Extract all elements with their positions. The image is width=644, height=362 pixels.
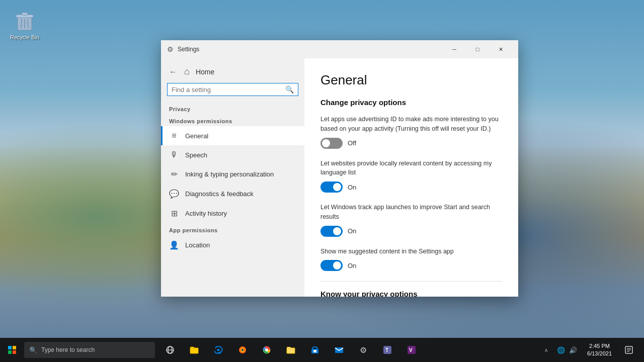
sidebar-item-speech[interactable]: 🎙 Speech bbox=[161, 145, 304, 164]
svg-rect-9 bbox=[190, 348, 198, 353]
settings-window: ⚙ Settings ─ □ ✕ ← ⌂ Home 🔍 bbox=[161, 40, 518, 297]
activity-label: Activity history bbox=[185, 210, 227, 217]
vs-button[interactable]: V bbox=[400, 338, 423, 362]
task-view-button[interactable] bbox=[159, 338, 181, 362]
taskbar-tray: ∧ 🌐 🔊 2:45 PM 6/13/2021 bbox=[541, 338, 644, 362]
back-icon: ← bbox=[169, 67, 177, 76]
app-launches-toggle[interactable] bbox=[320, 226, 343, 237]
taskbar-search-text: Type here to search bbox=[41, 346, 95, 353]
privacy-options-title: Know your privacy options bbox=[320, 290, 502, 297]
location-icon: 👤 bbox=[169, 240, 179, 250]
home-icon: ⌂ bbox=[184, 66, 190, 77]
general-icon: ≡ bbox=[169, 131, 179, 140]
svg-point-12 bbox=[242, 349, 244, 351]
svg-text:V: V bbox=[409, 347, 413, 353]
setting-ads: Let apps use advertising ID to make ads … bbox=[320, 115, 502, 149]
store-button[interactable] bbox=[304, 338, 326, 362]
language-description: Let websites provide locally relevant co… bbox=[320, 159, 502, 178]
ads-toggle-knob bbox=[322, 139, 330, 147]
app-launches-toggle-label: On bbox=[348, 227, 356, 235]
taskbar-app-icons: ⚙ T V bbox=[159, 338, 423, 362]
suggested-toggle-label: On bbox=[348, 262, 356, 269]
search-box[interactable]: 🔍 bbox=[167, 83, 298, 96]
setting-suggested: Show me suggested content in the Setting… bbox=[320, 247, 502, 272]
folder-button[interactable] bbox=[280, 338, 302, 362]
general-label: General bbox=[185, 132, 208, 140]
diagnostics-label: Diagnostics & feedback bbox=[185, 190, 254, 198]
ads-toggle[interactable] bbox=[320, 138, 343, 149]
location-label: Location bbox=[185, 241, 210, 249]
search-icon[interactable]: 🔍 bbox=[285, 85, 294, 94]
recycle-bin[interactable]: Recycle Bin bbox=[10, 10, 39, 40]
home-label: Home bbox=[196, 68, 214, 76]
close-button[interactable]: ✕ bbox=[489, 40, 512, 58]
network-icon[interactable]: 🌐 bbox=[557, 346, 565, 354]
ads-toggle-row: Off bbox=[320, 138, 502, 149]
svg-line-3 bbox=[21, 19, 22, 28]
chrome-button[interactable] bbox=[256, 338, 278, 362]
sidebar-item-location[interactable]: 👤 Location bbox=[161, 235, 304, 255]
start-button[interactable] bbox=[0, 338, 24, 362]
window-controls: ─ □ ✕ bbox=[443, 40, 512, 58]
window-body: ← ⌂ Home 🔍 Privacy Windows permissions ≡… bbox=[161, 58, 518, 297]
svg-line-5 bbox=[28, 19, 28, 28]
svg-text:T: T bbox=[385, 347, 388, 353]
speaker-icon[interactable]: 🔊 bbox=[569, 346, 577, 354]
taskbar-search-bar[interactable]: 🔍 Type here to search bbox=[24, 342, 155, 358]
sidebar: ← ⌂ Home 🔍 Privacy Windows permissions ≡… bbox=[161, 58, 304, 297]
tray-overflow-button[interactable]: ∧ bbox=[541, 338, 551, 362]
tray-icons: 🌐 🔊 bbox=[553, 346, 581, 354]
edge-browser-button[interactable] bbox=[207, 338, 229, 362]
sidebar-home-button[interactable]: ← ⌂ Home bbox=[161, 58, 304, 83]
recycle-bin-icon bbox=[15, 10, 35, 32]
ads-description: Let apps use advertising ID to make ads … bbox=[320, 115, 502, 134]
app-launches-toggle-row: On bbox=[320, 226, 502, 237]
language-toggle[interactable] bbox=[320, 182, 343, 193]
main-content: General Change privacy options Let apps … bbox=[304, 58, 518, 297]
setting-language: Let websites provide locally relevant co… bbox=[320, 159, 502, 193]
maximize-button[interactable]: □ bbox=[466, 40, 489, 58]
settings-icon: ⚙ bbox=[167, 45, 174, 53]
minimize-button[interactable]: ─ bbox=[443, 40, 466, 58]
sidebar-item-general[interactable]: ≡ General bbox=[161, 126, 304, 145]
language-toggle-row: On bbox=[320, 182, 502, 193]
taskbar-search-icon: 🔍 bbox=[29, 346, 37, 354]
language-toggle-knob bbox=[333, 183, 341, 191]
windows-logo-icon bbox=[8, 346, 16, 354]
search-input[interactable] bbox=[172, 86, 282, 94]
svg-point-14 bbox=[265, 348, 268, 351]
app-launches-toggle-knob bbox=[333, 227, 341, 235]
sidebar-item-activity[interactable]: ⊞ Activity history bbox=[161, 204, 304, 223]
speech-icon: 🎙 bbox=[169, 150, 179, 159]
file-explorer-button[interactable] bbox=[183, 338, 205, 362]
window-title: Settings bbox=[178, 46, 199, 53]
clock-time: 2:45 PM bbox=[589, 342, 610, 350]
sidebar-item-inking[interactable]: ✏ Inking & typing personalization bbox=[161, 164, 304, 184]
firefox-button[interactable] bbox=[231, 338, 254, 362]
app-launches-description: Let Windows track app launches to improv… bbox=[320, 203, 502, 222]
divider bbox=[320, 281, 502, 282]
section-title: Change privacy options bbox=[320, 98, 502, 107]
activity-icon: ⊞ bbox=[169, 209, 179, 218]
settings-button[interactable]: ⚙ bbox=[352, 338, 374, 362]
notification-center-button[interactable] bbox=[618, 338, 640, 362]
recycle-bin-label: Recycle Bin bbox=[10, 34, 39, 40]
teams-button[interactable]: T bbox=[376, 338, 398, 362]
suggested-description: Show me suggested content in the Setting… bbox=[320, 247, 502, 256]
page-title: General bbox=[320, 72, 502, 88]
speech-label: Speech bbox=[185, 151, 207, 159]
mail-button[interactable] bbox=[328, 338, 350, 362]
language-toggle-label: On bbox=[348, 184, 356, 191]
inking-icon: ✏ bbox=[169, 169, 179, 179]
tray-clock[interactable]: 2:45 PM 6/13/2021 bbox=[583, 342, 616, 358]
svg-rect-17 bbox=[313, 350, 316, 352]
inking-label: Inking & typing personalization bbox=[185, 170, 274, 178]
suggested-toggle-knob bbox=[333, 261, 341, 269]
svg-rect-15 bbox=[287, 348, 295, 353]
windows-permissions-label: Windows permissions bbox=[161, 114, 304, 126]
setting-app-launches: Let Windows track app launches to improv… bbox=[320, 203, 502, 237]
privacy-section-label: Privacy bbox=[161, 102, 304, 114]
sidebar-item-diagnostics[interactable]: 💬 Diagnostics & feedback bbox=[161, 184, 304, 204]
svg-rect-2 bbox=[22, 13, 28, 15]
suggested-toggle[interactable] bbox=[320, 260, 343, 271]
